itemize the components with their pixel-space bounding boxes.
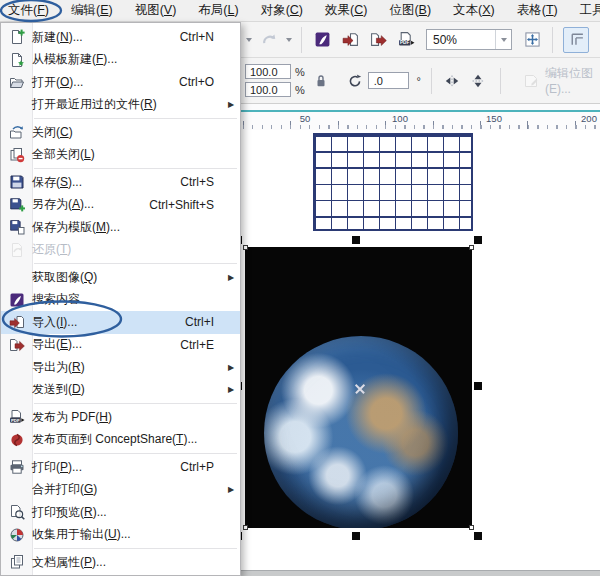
selection-handle[interactable] <box>352 532 360 540</box>
menu-item-shortcut: Ctrl+P <box>180 460 214 474</box>
corner-node[interactable] <box>469 525 474 530</box>
closeall-icon <box>1 147 32 163</box>
file-menu-item-11[interactable]: 获取图像(Q)▶ <box>1 266 240 289</box>
connect-icon <box>1 292 32 308</box>
menu-item-shortcut: Ctrl+E <box>180 338 214 352</box>
selection-handle[interactable] <box>474 236 482 244</box>
rotation-angle-field[interactable]: .0 <box>368 72 410 89</box>
scale-width-field[interactable]: 100.0 <box>245 64 291 79</box>
export-icon[interactable] <box>368 30 388 50</box>
edit-bitmap-icon <box>521 71 541 91</box>
menu-item-label: 全部关闭(L) <box>32 146 214 163</box>
menu-item-label: 导出(E)... <box>32 336 180 353</box>
menu-item-label: 打开(O)... <box>32 74 179 91</box>
edit-bitmap-button[interactable]: 编辑位图(E)... <box>521 65 600 96</box>
print-icon <box>1 459 32 475</box>
menu-separator <box>34 453 237 454</box>
menubar-item-2[interactable]: 编辑(E) <box>68 0 116 21</box>
ruler-corner-icon[interactable] <box>563 27 589 53</box>
file-menu-item-3[interactable]: 打开(O)...Ctrl+O <box>1 71 240 94</box>
toolbar-separator <box>552 27 553 53</box>
percent-label: % <box>295 84 305 96</box>
submenu-arrow-icon: ▶ <box>228 273 240 282</box>
menu-item-label: 打开最近用过的文件(R) <box>32 96 214 113</box>
ruler-minor-ticks <box>243 125 600 129</box>
file-menu-item-18[interactable]: 发布页面到 ConceptShare(T)... <box>1 429 240 452</box>
submenu-arrow-icon: ▶ <box>228 385 240 394</box>
new-icon <box>1 29 32 45</box>
menu-item-label: 打印预览(R)... <box>32 504 214 521</box>
file-menu-item-5[interactable]: 关闭(C) <box>1 121 240 144</box>
file-menu-item-22[interactable]: 收集用于输出(U)... <box>1 524 240 547</box>
file-menu-item-8[interactable]: 另存为(A)...Ctrl+Shift+S <box>1 194 240 217</box>
save-icon <box>1 174 32 190</box>
menu-separator <box>34 168 237 169</box>
scale-height-field[interactable]: 100.0 <box>245 82 291 97</box>
lock-ratio-icon[interactable] <box>311 71 331 91</box>
pan-navigator-icon[interactable] <box>522 30 542 50</box>
file-menu-item-20[interactable]: 合并打印(G)▶ <box>1 479 240 502</box>
savetpl-icon <box>1 219 32 235</box>
menubar-item-4[interactable]: 布局(L) <box>195 0 241 21</box>
menu-item-shortcut: Ctrl+S <box>180 175 214 189</box>
export-icon <box>1 337 32 353</box>
redo-icon[interactable] <box>259 30 279 50</box>
corel-connect-icon[interactable] <box>312 30 332 50</box>
selection-handle[interactable] <box>352 236 360 244</box>
mirror-horizontal-icon[interactable] <box>442 71 462 91</box>
file-menu-item-21[interactable]: 打印预览(R)... <box>1 501 240 524</box>
undo-dropdown-caret[interactable] <box>246 38 252 42</box>
file-menu-item-2[interactable]: 从模板新建(F)... <box>1 49 240 72</box>
rotate-icon <box>345 71 365 91</box>
submenu-arrow-icon: ▶ <box>228 100 240 109</box>
file-menu-item-14[interactable]: 导出(E)...Ctrl+E <box>1 334 240 357</box>
menubar-item-1-file[interactable]: 文件(F) <box>5 0 52 21</box>
menubar-item-5[interactable]: 对象(C) <box>258 0 306 21</box>
mirror-vertical-icon[interactable] <box>468 71 488 91</box>
redo-dropdown-caret[interactable] <box>286 38 292 42</box>
selection-handle[interactable] <box>474 532 482 540</box>
selection-handle[interactable] <box>474 382 482 390</box>
graph-paper-grid-object[interactable] <box>313 133 473 231</box>
menu-separator <box>34 548 237 549</box>
file-menu-item-23[interactable]: 文档属性(P)... <box>1 551 240 574</box>
zoom-dropdown-button[interactable] <box>495 30 511 49</box>
propbar-separator <box>431 68 432 94</box>
file-menu-item-19[interactable]: 打印(P)...Ctrl+P <box>1 456 240 479</box>
toolbar-separator <box>301 27 302 53</box>
corner-node[interactable] <box>243 245 248 250</box>
menubar-item-9[interactable]: 表格(T) <box>514 0 561 21</box>
corner-node[interactable] <box>243 525 248 530</box>
file-menu-popup: 新建(N)...Ctrl+N从模板新建(F)...打开(O)...Ctrl+O打… <box>0 22 241 576</box>
menu-separator <box>34 403 237 404</box>
menubar-item-7[interactable]: 位图(B) <box>386 0 434 21</box>
menu-item-label: 收集用于输出(U)... <box>32 526 214 543</box>
menubar-item-8[interactable]: 文本(X) <box>450 0 498 21</box>
zoom-level-combobox[interactable]: 50% <box>426 29 512 50</box>
menu-item-shortcut: Ctrl+O <box>179 75 214 89</box>
file-menu-item-16[interactable]: 发送到(D)▶ <box>1 379 240 402</box>
file-menu-item-7[interactable]: 保存(S)...Ctrl+S <box>1 171 240 194</box>
menu-item-label: 发布页面到 ConceptShare(T)... <box>32 431 214 448</box>
menubar-item-10[interactable]: 工具(O) <box>577 0 600 21</box>
file-menu-item-13[interactable]: 导入(I)...Ctrl+I <box>1 311 240 334</box>
file-menu-item-6[interactable]: 全部关闭(L) <box>1 144 240 167</box>
menu-item-shortcut: Ctrl+Shift+S <box>149 198 214 212</box>
file-menu-item-9[interactable]: 保存为模版(M)... <box>1 216 240 239</box>
corner-node[interactable] <box>469 245 474 250</box>
app-window: PDF 文件(F)编辑(E)视图(V)布局(L)对象(C)效果(C)位图(B)文… <box>0 0 600 576</box>
menubar-item-6[interactable]: 效果(C) <box>322 0 370 21</box>
import-icon[interactable] <box>340 30 360 50</box>
publish-pdf-icon[interactable] <box>396 30 416 50</box>
selection-center-mark[interactable] <box>354 383 366 395</box>
file-menu-item-4[interactable]: 打开最近用过的文件(R)▶ <box>1 94 240 117</box>
file-menu-item-10[interactable]: 还原(T) <box>1 239 240 262</box>
file-menu-item-17[interactable]: 发布为 PDF(H) <box>1 406 240 429</box>
degree-label: ° <box>416 75 420 87</box>
menubar-item-3[interactable]: 视图(V) <box>132 0 180 21</box>
menu-separator <box>34 118 237 119</box>
file-menu-item-1[interactable]: 新建(N)...Ctrl+N <box>1 26 240 49</box>
file-menu-item-12[interactable]: 搜索内容 <box>1 289 240 312</box>
file-menu-item-15[interactable]: 导出为(R)▶ <box>1 356 240 379</box>
propbar-separator <box>500 68 501 94</box>
